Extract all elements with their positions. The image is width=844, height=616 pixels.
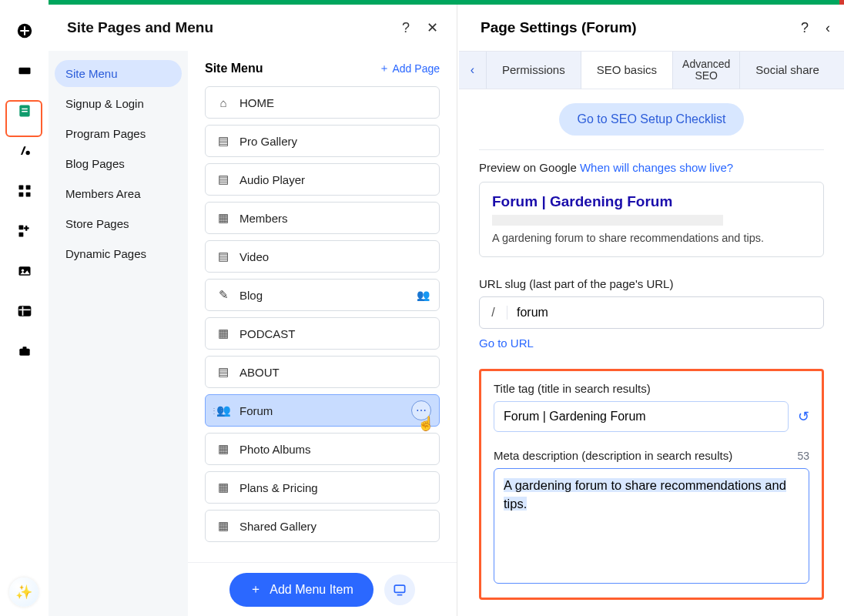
seo-checklist-button[interactable]: Go to SEO Setup Checklist <box>559 103 745 136</box>
panel1-header: Site Pages and Menu ? ✕ <box>49 5 457 51</box>
ai-assistant-icon[interactable]: ✨ <box>9 578 39 607</box>
reset-icon[interactable]: ↺ <box>798 408 809 425</box>
page-item-forum[interactable]: ⋮⋮ 👥 Forum ⋯ ☝ <box>205 394 440 427</box>
add-menu-bar: ＋ Add Menu Item <box>188 562 457 616</box>
apps-icon[interactable] <box>15 182 34 200</box>
svg-rect-6 <box>18 186 23 190</box>
nav-members-area[interactable]: Members Area <box>55 180 182 207</box>
svg-rect-11 <box>18 233 23 237</box>
doc-icon: ▤ <box>216 365 230 379</box>
meta-description-input[interactable]: A gardening forum to share recommendatio… <box>494 468 809 584</box>
help-icon[interactable]: ? <box>801 20 809 36</box>
section-icon[interactable] <box>15 62 34 80</box>
grid-icon: ▦ <box>216 442 230 456</box>
rail-highlight <box>5 100 42 137</box>
svg-rect-10 <box>18 226 23 230</box>
media-icon[interactable] <box>15 262 34 280</box>
add-menu-item-button[interactable]: ＋ Add Menu Item <box>229 573 373 607</box>
grid-icon: ▦ <box>216 211 230 225</box>
svg-rect-9 <box>25 192 30 197</box>
google-url-skeleton <box>492 215 723 226</box>
addons-icon[interactable] <box>15 222 34 240</box>
slug-prefix: / <box>480 306 507 320</box>
page-item-label: Video <box>239 250 269 263</box>
svg-rect-18 <box>22 346 26 349</box>
svg-rect-1 <box>18 68 30 74</box>
panel2-title: Page Settings (Forum) <box>481 19 637 36</box>
nav-dynamic-pages[interactable]: Dynamic Pages <box>55 240 182 267</box>
tab-permissions[interactable]: Permissions <box>487 52 581 89</box>
page-item-label: Photo Albums <box>239 443 311 456</box>
plus-icon: ＋ <box>379 62 390 75</box>
pen-icon: ✎ <box>216 288 230 302</box>
svg-rect-17 <box>19 349 29 356</box>
page-item-label: Members <box>239 212 288 225</box>
page-item-label: ABOUT <box>239 366 280 379</box>
tabs-row: ‹ Permissions SEO basics AdvancedSEO Soc… <box>459 51 844 89</box>
help-icon[interactable]: ? <box>402 20 410 36</box>
url-slug-label: URL slug (last part of the page's URL) <box>479 277 824 290</box>
close-icon[interactable]: ✕ <box>427 19 438 36</box>
table-icon[interactable] <box>15 302 34 320</box>
page-item-label: Audio Player <box>239 173 305 186</box>
tab-seo-basics[interactable]: SEO basics <box>581 52 673 89</box>
nav-blog-pages[interactable]: Blog Pages <box>55 150 182 177</box>
preview-changes-link[interactable]: When will changes show live? <box>580 161 733 174</box>
page-item-blog[interactable]: ✎Blog👥 <box>205 279 440 311</box>
more-options-button[interactable]: ⋯ <box>411 400 431 420</box>
svg-point-13 <box>21 270 23 272</box>
slug-input[interactable] <box>507 306 823 320</box>
preview-label: Preview on Google When will changes show… <box>479 161 824 174</box>
back-icon[interactable]: ‹ <box>826 20 830 36</box>
page-item-shared-gallery[interactable]: ▦Shared Gallery <box>205 510 440 542</box>
sparkle-icon: ✨ <box>15 584 32 601</box>
secondary-menu-button[interactable] <box>384 574 415 605</box>
page-item-label: Blog <box>239 289 263 302</box>
page-item-audio-player[interactable]: ▤Audio Player <box>205 163 440 196</box>
page-item-podcast[interactable]: ▦PODCAST <box>205 317 440 350</box>
nav-site-menu[interactable]: Site Menu <box>55 60 182 87</box>
title-tag-input[interactable] <box>494 401 789 432</box>
tabs-scroll-left[interactable]: ‹ <box>459 52 487 89</box>
nav-program-pages[interactable]: Program Pages <box>55 120 182 147</box>
nav-store-pages[interactable]: Store Pages <box>55 210 182 237</box>
title-tag-label: Title tag (title in search results) <box>494 382 809 395</box>
ellipsis-icon: ⋯ <box>416 404 427 417</box>
page-item-home[interactable]: ⌂HOME <box>205 86 440 119</box>
go-to-url-link[interactable]: Go to URL <box>479 336 534 350</box>
preview-label-text: Preview on Google <box>479 161 580 174</box>
page-item-photo-albums[interactable]: ▦Photo Albums <box>205 433 440 465</box>
page-item-label: Shared Gallery <box>239 520 316 533</box>
nav-signup-login[interactable]: Signup & Login <box>55 90 182 117</box>
design-icon[interactable] <box>15 142 34 160</box>
tab-social-share[interactable]: Social share <box>740 52 835 89</box>
page-item-members[interactable]: ▦Members <box>205 202 440 234</box>
page-item-pro-gallery[interactable]: ▤Pro Gallery <box>205 125 440 157</box>
panel2-body: Go to SEO Setup Checklist Preview on Goo… <box>459 89 844 616</box>
google-title: Forum | Gardening Forum <box>492 193 811 210</box>
google-description: A gardening forum to share recommendatio… <box>492 232 811 244</box>
page-item-label: PODCAST <box>239 327 296 340</box>
highlighted-seo-box: Title tag (title in search results) ↺ Me… <box>479 369 824 600</box>
svg-rect-8 <box>18 192 23 197</box>
grid-icon: ▦ <box>216 326 230 340</box>
page-item-about[interactable]: ▤ABOUT <box>205 356 440 388</box>
sidebar-nav: Site Menu Signup & Login Program Pages B… <box>49 51 188 616</box>
add-icon[interactable] <box>15 22 34 40</box>
panel2-header: Page Settings (Forum) ? ‹ <box>459 5 844 51</box>
tab-advanced-seo[interactable]: AdvancedSEO <box>673 52 740 89</box>
page-item-video[interactable]: ▤Video <box>205 240 440 273</box>
page-items: ⌂HOME ▤Pro Gallery ▤Audio Player ▦Member… <box>205 86 440 616</box>
add-page-label: Add Page <box>393 62 440 75</box>
business-icon[interactable] <box>15 342 34 360</box>
site-pages-panel: Site Pages and Menu ? ✕ Site Menu Signup… <box>49 5 457 616</box>
page-item-label: Pro Gallery <box>239 135 297 148</box>
drag-handle-icon[interactable]: ⋮⋮ <box>210 407 226 415</box>
page-list-title: Site Menu <box>205 62 263 75</box>
add-page-button[interactable]: ＋ Add Page <box>379 62 440 75</box>
page-item-plans-pricing[interactable]: ▦Plans & Pricing <box>205 471 440 504</box>
svg-rect-19 <box>394 585 404 592</box>
left-icon-rail <box>0 0 49 616</box>
add-menu-item-label: Add Menu Item <box>270 583 353 597</box>
page-settings-panel: Page Settings (Forum) ? ‹ ‹ Permissions … <box>459 5 844 616</box>
